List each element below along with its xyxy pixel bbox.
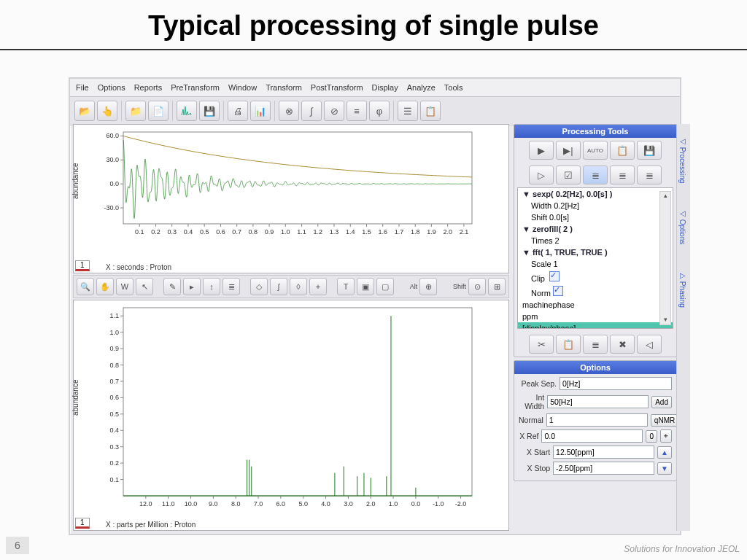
menu-display[interactable]: Display bbox=[372, 83, 398, 92]
int-width-input[interactable] bbox=[547, 395, 649, 408]
fft-norm[interactable]: Norm bbox=[518, 284, 673, 299]
hand-icon[interactable]: 👆 bbox=[97, 101, 117, 121]
auto-icon[interactable]: AUTO bbox=[583, 141, 608, 160]
alt-label: Alt bbox=[410, 283, 418, 290]
menu-reports[interactable]: Reports bbox=[134, 83, 163, 92]
save-icon[interactable]: 💾 bbox=[199, 101, 220, 121]
fft-clip[interactable]: Clip bbox=[518, 270, 673, 284]
menu-file[interactable]: File bbox=[76, 83, 89, 92]
paste-icon[interactable]: 📋 bbox=[556, 335, 581, 354]
menu-posttransform[interactable]: PostTransform bbox=[311, 83, 363, 92]
save-proc-icon[interactable]: 💾 bbox=[637, 141, 662, 160]
fft-scale[interactable]: Scale 1 bbox=[518, 258, 673, 270]
spectrum-icon[interactable] bbox=[177, 101, 197, 121]
copy-proc-icon[interactable]: 📋 bbox=[610, 141, 635, 160]
reject-icon[interactable]: ⊘ bbox=[324, 101, 344, 121]
box2-icon[interactable]: ▢ bbox=[376, 278, 394, 295]
xref-input[interactable] bbox=[541, 429, 643, 443]
edit-icon[interactable]: ✎ bbox=[163, 278, 181, 295]
levels-icon[interactable]: ≣ bbox=[222, 278, 240, 295]
list1-icon[interactable]: ≣ bbox=[583, 166, 608, 184]
print-icon[interactable]: 🖨 bbox=[228, 101, 248, 121]
menu-analyze[interactable]: Analyze bbox=[407, 83, 436, 92]
vtab-options[interactable]: ◁ Options bbox=[677, 196, 688, 257]
ppm-row[interactable]: ppm bbox=[518, 311, 673, 322]
baseline-icon[interactable]: ≡ bbox=[347, 101, 367, 121]
fid-plot[interactable]: abundance X : seconds : Proton 1 bbox=[73, 124, 509, 273]
cursor-icon[interactable]: ↖ bbox=[136, 278, 153, 295]
box1-icon[interactable]: ▣ bbox=[357, 278, 374, 295]
ruler-icon[interactable]: ↕ bbox=[203, 278, 220, 295]
int-icon[interactable]: ∫ bbox=[270, 278, 287, 295]
list3-icon[interactable]: ≣ bbox=[637, 166, 662, 184]
sexp-width[interactable]: Width 0.2[Hz] bbox=[518, 200, 673, 211]
sexp-shift[interactable]: Shift 0.0[s] bbox=[518, 211, 673, 223]
proc-scrollbar[interactable]: ▴▾ bbox=[659, 191, 671, 325]
main-toolbar: 📂 👆 📁 📄 💾 🖨 📊 ⊗ ∫ ⊘ ≡ φ ☰ 📋 bbox=[70, 97, 680, 125]
sexp-header[interactable]: ▼ sexp( 0.2[Hz], 0.0[s] ) bbox=[518, 188, 673, 200]
poly-icon[interactable]: ◇ bbox=[250, 278, 268, 295]
page-number: 6 bbox=[6, 537, 29, 554]
vtab-phasing[interactable]: ▷ Phasing bbox=[677, 258, 688, 321]
add-list-icon[interactable]: 📋 bbox=[420, 101, 441, 121]
open-geom-icon[interactable]: 📁 bbox=[125, 101, 146, 121]
shift-target-icon[interactable]: ⊙ bbox=[468, 278, 486, 295]
menu-pretransform[interactable]: PreTransform bbox=[171, 83, 220, 92]
pointer-icon[interactable]: ▸ bbox=[183, 278, 201, 295]
mid-toolbar: 🔍 ✋ W ↖ ✎ ▸ ↕ ≣ ◇ ∫ ◊ + T ▣ ▢ Alt ⊕ bbox=[73, 275, 509, 298]
spec-xlabel: X : parts per Million : Proton bbox=[106, 521, 196, 529]
vtab-processing[interactable]: ◁ Processing bbox=[677, 124, 688, 196]
zerofill-header[interactable]: ▼ zerofill( 2 ) bbox=[518, 223, 673, 235]
qnmr-button[interactable]: qNMR bbox=[651, 414, 678, 427]
add-button[interactable]: Add bbox=[651, 396, 672, 408]
xstop-input[interactable] bbox=[553, 462, 654, 475]
text-icon[interactable]: T bbox=[337, 278, 355, 295]
clip-checkbox-icon[interactable] bbox=[549, 271, 560, 281]
norm-checkbox-icon[interactable] bbox=[553, 286, 563, 296]
normal-input[interactable] bbox=[546, 413, 648, 427]
xstop-down-icon[interactable]: ▼ bbox=[657, 462, 672, 475]
spectrum-plot[interactable]: abundance X : parts per Million : Proton… bbox=[73, 300, 509, 531]
close-icon[interactable]: ⊗ bbox=[279, 101, 299, 121]
processing-panel: Processing Tools ▶ ▶| AUTO 📋 💾 ▷ ☑ ≣ ≣ ≣… bbox=[514, 124, 677, 357]
check-down-icon[interactable]: ☑ bbox=[556, 166, 581, 184]
zerofill-times[interactable]: Times 2 bbox=[518, 235, 673, 246]
peak-pick-icon[interactable]: W bbox=[116, 278, 133, 295]
peak-sep-input[interactable] bbox=[560, 377, 672, 390]
list2-icon[interactable]: ≣ bbox=[610, 166, 635, 184]
list-icon[interactable]: ☰ bbox=[398, 101, 418, 121]
fid-badge[interactable]: 1 bbox=[75, 260, 90, 271]
integral-icon[interactable]: ∫ bbox=[301, 101, 322, 121]
phase-icon[interactable]: φ bbox=[369, 101, 390, 121]
grid-icon[interactable]: ⊞ bbox=[488, 278, 506, 295]
step-icon[interactable]: ▶| bbox=[556, 141, 581, 160]
alt-target-icon[interactable]: ⊕ bbox=[419, 278, 437, 295]
pan-icon[interactable]: ✋ bbox=[96, 278, 114, 295]
menu-tools[interactable]: Tools bbox=[444, 83, 463, 92]
zero-button[interactable]: 0 bbox=[646, 430, 657, 443]
cut-icon[interactable]: ✂ bbox=[529, 335, 554, 354]
menu-window[interactable]: Window bbox=[228, 83, 257, 92]
open-icon[interactable]: 📂 bbox=[74, 101, 95, 121]
target-icon[interactable]: ⌖ bbox=[660, 429, 672, 443]
vertical-tabs: ◁ Processing ◁ Options ▷ Phasing bbox=[676, 124, 690, 531]
machinephase-row[interactable]: machinephase bbox=[518, 299, 673, 311]
erase-icon[interactable]: ◊ bbox=[290, 278, 307, 295]
play-icon[interactable]: ▶ bbox=[529, 141, 554, 160]
play-outline-icon[interactable]: ▷ bbox=[529, 166, 554, 184]
processing-list[interactable]: ▼ sexp( 0.2[Hz], 0.0[s] ) Width 0.2[Hz] … bbox=[517, 187, 673, 329]
insert-icon[interactable]: ≣ bbox=[583, 335, 608, 354]
report-icon[interactable]: 📊 bbox=[250, 101, 271, 121]
fft-header[interactable]: ▼ fft( 1, TRUE, TRUE ) bbox=[518, 246, 673, 258]
xstart-up-icon[interactable]: ▲ bbox=[657, 446, 672, 459]
rewind-icon[interactable]: ◁ bbox=[637, 335, 662, 354]
display-phase-row[interactable]: [display/phase] bbox=[518, 322, 673, 329]
delete-icon[interactable]: ✖ bbox=[610, 335, 635, 354]
spec-badge[interactable]: 1 bbox=[75, 518, 90, 529]
menu-transform[interactable]: Transform bbox=[266, 83, 302, 92]
zoom-icon[interactable]: 🔍 bbox=[77, 278, 94, 295]
close-geom-icon[interactable]: 📄 bbox=[148, 101, 169, 121]
flag-icon[interactable]: + bbox=[309, 278, 327, 295]
xstart-input[interactable] bbox=[553, 446, 654, 459]
menu-options[interactable]: Options bbox=[98, 83, 125, 92]
